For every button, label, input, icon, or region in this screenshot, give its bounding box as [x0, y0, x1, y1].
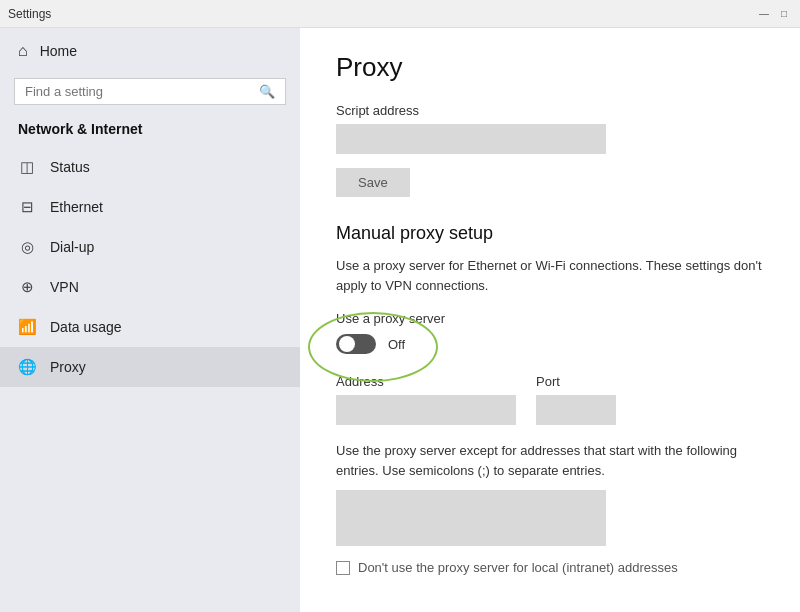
sidebar-item-proxy-label: Proxy — [50, 359, 86, 375]
sidebar-item-status-label: Status — [50, 159, 90, 175]
exclude-description: Use the proxy server except for addresse… — [336, 441, 764, 480]
page-title: Proxy — [336, 52, 764, 83]
home-icon: ⌂ — [18, 42, 28, 60]
exclude-input[interactable] — [336, 490, 606, 546]
window-title: Settings — [8, 7, 51, 21]
proxy-icon: 🌐 — [18, 358, 36, 376]
minimize-button[interactable]: — — [756, 6, 772, 22]
address-input[interactable] — [336, 395, 516, 425]
sidebar-item-status[interactable]: ◫ Status — [0, 147, 300, 187]
toggle-thumb — [339, 336, 355, 352]
local-checkbox-label: Don't use the proxy server for local (in… — [358, 560, 678, 575]
content-area: Proxy Script address Save Manual proxy s… — [300, 28, 800, 612]
title-bar: Settings — □ — [0, 0, 800, 28]
sidebar-item-ethernet[interactable]: ⊟ Ethernet — [0, 187, 300, 227]
search-input[interactable] — [25, 84, 251, 99]
status-icon: ◫ — [18, 158, 36, 176]
search-box[interactable]: 🔍 — [14, 78, 286, 105]
sidebar-section-title: Network & Internet — [0, 115, 300, 147]
main-layout: ⌂ Home 🔍 Network & Internet ◫ Status ⊟ E… — [0, 28, 800, 612]
port-input[interactable] — [536, 395, 616, 425]
sidebar-item-datausage-label: Data usage — [50, 319, 122, 335]
toggle-state-label: Off — [388, 337, 405, 352]
toggle-container: Off — [336, 334, 405, 354]
sidebar-item-ethernet-label: Ethernet — [50, 199, 103, 215]
address-field-group: Address — [336, 374, 516, 425]
sidebar-item-vpn[interactable]: ⊕ VPN — [0, 267, 300, 307]
local-checkbox[interactable] — [336, 561, 350, 575]
home-label: Home — [40, 43, 77, 59]
sidebar-item-datausage[interactable]: 📶 Data usage — [0, 307, 300, 347]
sidebar: ⌂ Home 🔍 Network & Internet ◫ Status ⊟ E… — [0, 28, 300, 612]
script-address-label: Script address — [336, 103, 764, 118]
manual-section-title: Manual proxy setup — [336, 223, 764, 244]
save-button[interactable]: Save — [336, 168, 410, 197]
proxy-server-label: Use a proxy server — [336, 311, 764, 326]
sidebar-item-dialup[interactable]: ◎ Dial-up — [0, 227, 300, 267]
sidebar-item-home[interactable]: ⌂ Home — [0, 28, 300, 74]
window-controls: — □ — [756, 6, 792, 22]
datausage-icon: 📶 — [18, 318, 36, 336]
address-port-row: Address Port — [336, 374, 764, 425]
vpn-icon: ⊕ — [18, 278, 36, 296]
dialup-icon: ◎ — [18, 238, 36, 256]
toggle-track — [336, 334, 376, 354]
toggle-row: Off — [336, 334, 764, 354]
search-icon: 🔍 — [259, 84, 275, 99]
ethernet-icon: ⊟ — [18, 198, 36, 216]
address-label: Address — [336, 374, 516, 389]
proxy-toggle[interactable] — [336, 334, 376, 354]
local-checkbox-row: Don't use the proxy server for local (in… — [336, 560, 764, 575]
manual-description: Use a proxy server for Ethernet or Wi-Fi… — [336, 256, 764, 295]
sidebar-item-proxy[interactable]: 🌐 Proxy — [0, 347, 300, 387]
maximize-button[interactable]: □ — [776, 6, 792, 22]
sidebar-item-dialup-label: Dial-up — [50, 239, 94, 255]
port-label: Port — [536, 374, 616, 389]
port-field-group: Port — [536, 374, 616, 425]
script-address-input[interactable] — [336, 124, 606, 154]
sidebar-item-vpn-label: VPN — [50, 279, 79, 295]
